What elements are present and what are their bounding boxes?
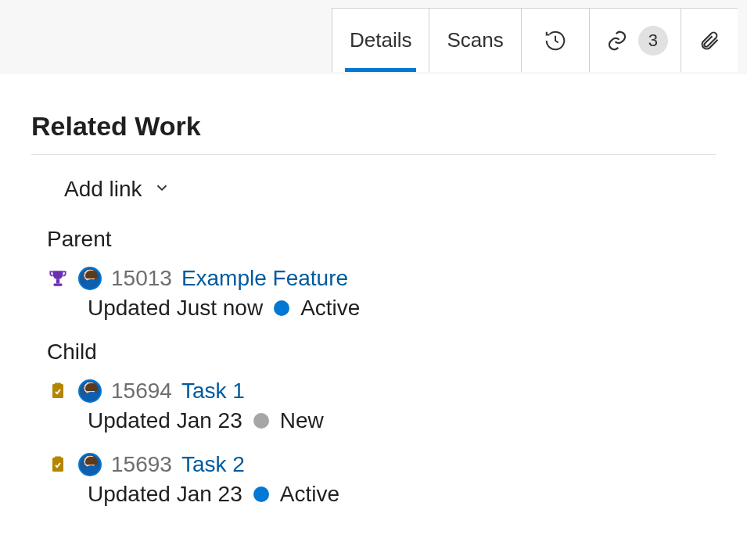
svg-rect-4 <box>52 458 63 472</box>
work-item-state: New <box>280 408 324 433</box>
state-dot-icon <box>274 300 289 316</box>
work-item-line2: Updated Jan 23 New <box>88 408 716 433</box>
work-item-child-1[interactable]: 15693 Task 2 Updated Jan 23 Active <box>47 452 716 507</box>
work-item-updated: Updated Jan 23 <box>88 408 242 433</box>
work-item-state: Active <box>300 296 360 321</box>
svg-rect-3 <box>55 383 61 386</box>
tab-history[interactable] <box>521 8 590 72</box>
tab-row: Details Scans 3 <box>332 8 738 72</box>
tab-scans[interactable]: Scans <box>429 8 521 72</box>
svg-rect-5 <box>55 457 61 460</box>
work-item-line1: 15693 Task 2 <box>47 452 716 477</box>
work-item-line2: Updated Just now Active <box>88 296 716 321</box>
work-item-line1: 15013 Example Feature <box>47 266 716 291</box>
svg-rect-2 <box>52 384 63 398</box>
tab-details-label: Details <box>350 28 411 52</box>
task-clipboard-icon <box>47 454 69 476</box>
attachment-icon <box>699 29 720 52</box>
tab-scans-label: Scans <box>447 28 503 52</box>
related-work-section: Related Work Add link Parent 15013 Examp… <box>0 74 747 507</box>
avatar <box>78 267 102 290</box>
links-count-badge: 3 <box>638 26 668 56</box>
work-item-updated: Updated Just now <box>88 296 263 321</box>
work-item-title-link[interactable]: Task 1 <box>181 379 245 404</box>
tab-attachments[interactable] <box>681 8 738 72</box>
work-item-line2: Updated Jan 23 Active <box>88 482 716 507</box>
section-title: Related Work <box>31 111 716 142</box>
state-dot-icon <box>253 413 269 429</box>
add-link-button[interactable]: Add link <box>64 177 716 202</box>
work-item-id: 15694 <box>111 379 172 404</box>
task-clipboard-icon <box>47 380 69 402</box>
avatar <box>78 453 102 476</box>
work-item-child-0[interactable]: 15694 Task 1 Updated Jan 23 New <box>47 379 716 433</box>
work-item-parent-0[interactable]: 15013 Example Feature Updated Just now A… <box>47 266 716 321</box>
work-item-title-link[interactable]: Task 2 <box>181 452 245 477</box>
group-header-child: Child <box>47 339 716 364</box>
avatar <box>78 379 102 403</box>
work-item-id: 15013 <box>111 266 172 291</box>
svg-rect-1 <box>54 284 63 286</box>
divider <box>31 154 716 155</box>
state-dot-icon <box>253 486 269 502</box>
work-item-line1: 15694 Task 1 <box>47 379 716 404</box>
work-item-state: Active <box>280 482 339 507</box>
link-icon <box>605 29 629 52</box>
svg-rect-0 <box>56 279 59 283</box>
tab-links[interactable]: 3 <box>589 8 681 72</box>
history-icon <box>544 29 567 52</box>
add-link-label: Add link <box>64 177 142 202</box>
work-item-title-link[interactable]: Example Feature <box>181 266 348 291</box>
work-item-updated: Updated Jan 23 <box>88 482 242 507</box>
feature-trophy-icon <box>47 267 69 289</box>
tab-strip-area: Details Scans 3 <box>0 0 747 74</box>
group-header-parent: Parent <box>47 227 716 252</box>
chevron-down-icon <box>153 179 171 199</box>
work-item-id: 15693 <box>111 452 172 477</box>
tab-details[interactable]: Details <box>332 8 429 72</box>
